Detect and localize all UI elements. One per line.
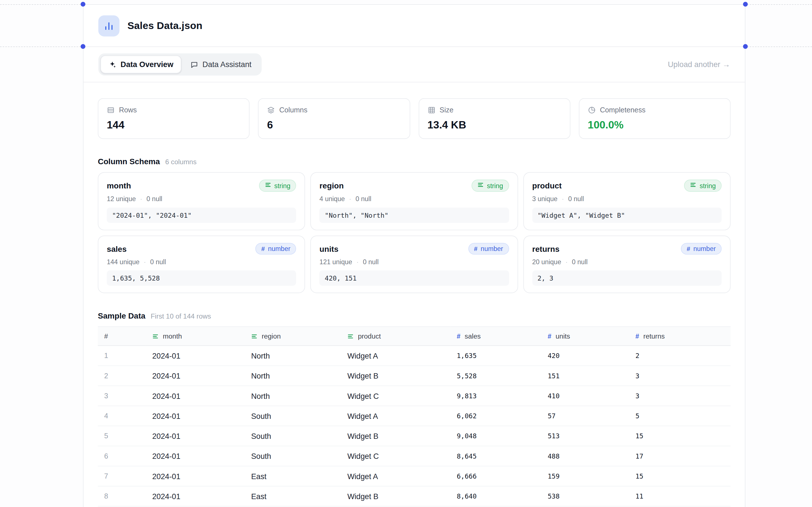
cell-region: East	[245, 466, 341, 486]
cell-product: Widget B	[341, 486, 450, 506]
sample-values: "North", "North"	[319, 208, 509, 223]
data-panel: Sales Data.json Data Overview Data Assis…	[83, 4, 745, 507]
cell-region: South	[245, 406, 341, 426]
cell-month: 2024-01	[146, 426, 245, 446]
table-header-row: #monthregionproduct#sales#units#returns	[98, 327, 730, 346]
hash-icon: #	[261, 245, 265, 252]
type-badge: # number	[468, 243, 509, 255]
sample-title: Sample Data	[98, 311, 146, 320]
column-stats: 12 unique · 0 null	[107, 195, 296, 203]
cell-sales: 8,640	[451, 486, 542, 506]
schema-card-units: units # number 121 unique · 0 null 420, …	[310, 235, 518, 293]
stat-card-completeness: Completeness 100.0%	[579, 98, 731, 139]
column-name: product	[532, 181, 562, 190]
selection-handle[interactable]	[743, 44, 748, 49]
cell-product: Widget A	[341, 406, 450, 426]
cell-month: 2024-01	[146, 346, 245, 365]
cell-sales: 9,813	[451, 386, 542, 406]
lines-icon	[265, 182, 271, 189]
cell-index: 5	[98, 426, 146, 446]
selection-handle[interactable]	[81, 2, 86, 7]
cell-returns: 2	[629, 346, 730, 365]
hash-icon: #	[636, 332, 639, 340]
file-header: Sales Data.json	[84, 5, 745, 47]
cell-units: 151	[541, 365, 629, 386]
stat-label: Size	[440, 106, 453, 114]
lines-icon	[152, 333, 159, 339]
schema-card-product: product string 3 unique · 0 null "Widget…	[523, 172, 731, 230]
cell-units: 488	[541, 446, 629, 466]
toolbar: Data Overview Data Assistant Upload anot…	[84, 47, 745, 82]
sample-values: 1,635, 5,528	[107, 270, 296, 286]
cell-units: 513	[541, 426, 629, 446]
tab-bar: Data Overview Data Assistant	[98, 53, 262, 75]
cell-units: 57	[541, 406, 629, 426]
col-header-month: month	[146, 327, 245, 346]
cell-product: Widget C	[341, 386, 450, 406]
cell-region: North	[245, 346, 341, 365]
cell-returns: 15	[629, 426, 730, 446]
cell-product: Widget A	[341, 346, 450, 365]
schema-title: Column Schema	[98, 157, 160, 166]
tab-data-overview[interactable]: Data Overview	[100, 55, 181, 73]
schema-card-month: month string 12 unique · 0 null "2024-01…	[98, 172, 305, 230]
stat-label: Rows	[119, 106, 137, 114]
rows-icon	[107, 106, 115, 114]
lines-icon	[477, 182, 484, 189]
lines-icon	[251, 333, 258, 339]
cell-region: North	[245, 386, 341, 406]
cell-region: South	[245, 426, 341, 446]
col-header-index: #	[98, 327, 146, 346]
cell-month: 2024-01	[146, 406, 245, 426]
cell-returns: 15	[629, 466, 730, 486]
stat-value: 6	[267, 119, 401, 131]
cell-sales: 9,048	[451, 426, 542, 446]
stat-card-size: Size 13.4 KB	[418, 98, 570, 139]
cell-returns: 3	[629, 365, 730, 386]
column-stats: 144 unique · 0 null	[107, 258, 296, 266]
type-badge: string	[684, 180, 721, 192]
type-badge: # number	[681, 243, 722, 255]
cell-sales: 1,635	[451, 346, 542, 365]
col-header-region: region	[245, 327, 341, 346]
lines-icon	[690, 182, 697, 189]
col-header-product: product	[341, 327, 450, 346]
cell-region: South	[245, 446, 341, 466]
table-row: 22024-01NorthWidget B5,5281513	[98, 365, 730, 386]
stat-value: 100.0%	[588, 119, 722, 131]
cell-region: North	[245, 365, 341, 386]
tab-data-assistant[interactable]: Data Assistant	[183, 55, 259, 73]
cell-index: 7	[98, 466, 146, 486]
table-row: 32024-01NorthWidget C9,8134103	[98, 386, 730, 406]
chat-icon	[190, 61, 198, 68]
column-stats: 121 unique · 0 null	[319, 258, 509, 266]
schema-card-returns: returns # number 20 unique · 0 null 2, 3	[523, 235, 731, 293]
page-title: Sales Data.json	[128, 20, 202, 31]
cell-units: 159	[541, 466, 629, 486]
stat-label: Completeness	[600, 106, 646, 114]
cell-sales: 6,666	[451, 466, 542, 486]
selection-handle[interactable]	[743, 2, 748, 7]
upload-another-link[interactable]: Upload another →	[668, 60, 730, 69]
selection-handle[interactable]	[81, 44, 86, 49]
column-name: region	[319, 181, 344, 190]
hash-icon: #	[457, 332, 460, 340]
cell-returns: 5	[629, 406, 730, 426]
cell-month: 2024-01	[146, 486, 245, 506]
col-header-units: #units	[541, 327, 629, 346]
table-row: 72024-01EastWidget A6,66615915	[98, 466, 730, 486]
table-row: 12024-01NorthWidget A1,6354202	[98, 346, 730, 365]
pie-icon	[588, 106, 596, 114]
cell-index: 1	[98, 346, 146, 365]
stat-card-columns: Columns 6	[258, 98, 410, 139]
bar-chart-icon	[98, 15, 119, 36]
cell-index: 2	[98, 365, 146, 386]
schema-card-region: region string 4 unique · 0 null "North",…	[310, 172, 518, 230]
type-badge: # number	[255, 243, 296, 255]
table-row: 82024-01EastWidget B8,64053811	[98, 486, 730, 506]
cell-month: 2024-01	[146, 446, 245, 466]
column-name: units	[319, 244, 338, 253]
table-row: 42024-01SouthWidget A6,062575	[98, 406, 730, 426]
hash-icon: #	[548, 332, 552, 340]
table-row: 52024-01SouthWidget B9,04851315	[98, 426, 730, 446]
